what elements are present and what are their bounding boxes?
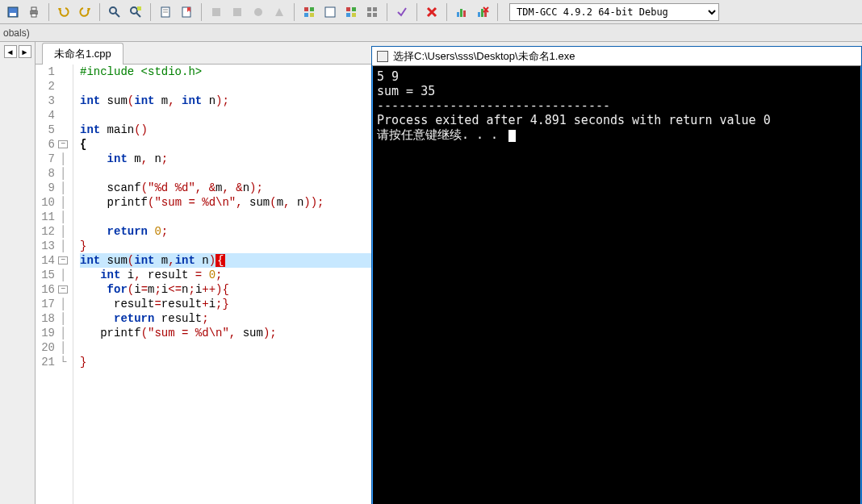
abort-icon[interactable] [422, 2, 441, 22]
svg-rect-1 [10, 13, 16, 16]
file-tab[interactable]: 未命名1.cpp [42, 43, 123, 65]
goto-next-icon[interactable] [228, 2, 247, 22]
svg-rect-15 [233, 8, 241, 16]
replace-icon[interactable] [126, 2, 145, 22]
svg-point-16 [254, 8, 262, 16]
svg-point-7 [131, 7, 137, 14]
svg-rect-28 [367, 13, 371, 17]
fold-toggle-icon[interactable]: − [58, 140, 68, 148]
console-window[interactable]: 选择C:\Users\sss\Desktop\未命名1.exe 5 9sum =… [371, 46, 862, 504]
fold-toggle-icon[interactable]: − [58, 285, 68, 294]
gutter: 1 2 3 4 5 6−7│8│9│10│11│12│13│14−15│16−1… [36, 65, 73, 504]
syntax-check-icon[interactable] [392, 2, 412, 22]
svg-rect-4 [31, 14, 36, 17]
svg-rect-33 [478, 12, 480, 17]
svg-rect-34 [481, 9, 483, 17]
compile-icon[interactable] [299, 2, 319, 22]
svg-rect-3 [31, 7, 36, 10]
console-titlebar[interactable]: 选择C:\Users\sss\Desktop\未命名1.exe [372, 47, 861, 66]
svg-rect-32 [463, 10, 466, 17]
scope-label: obals) [3, 27, 30, 39]
debug-icon[interactable] [270, 2, 289, 22]
run-icon[interactable] [320, 2, 340, 22]
rebuild-icon[interactable] [362, 2, 382, 22]
svg-rect-31 [460, 9, 462, 17]
console-app-icon [377, 51, 388, 62]
console-title-text: 选择C:\Users\sss\Desktop\未命名1.exe [393, 49, 575, 64]
toolbar: TDM-GCC 4.9.2 64-bit Debug [0, 0, 862, 24]
svg-rect-14 [212, 8, 220, 16]
svg-line-6 [115, 13, 119, 17]
svg-rect-26 [367, 7, 371, 11]
redo-icon[interactable] [75, 2, 94, 22]
breakpoint-icon[interactable] [249, 2, 268, 22]
svg-rect-27 [373, 7, 377, 11]
print-icon[interactable] [24, 2, 44, 22]
svg-rect-9 [137, 6, 141, 10]
goto-prev-icon[interactable] [207, 2, 226, 22]
undo-icon[interactable] [54, 2, 73, 22]
scope-bar: obals) [0, 24, 862, 42]
compile-run-icon[interactable] [341, 2, 361, 22]
left-nav: ◄ ► [0, 42, 36, 504]
svg-rect-19 [304, 13, 308, 17]
find-icon[interactable] [105, 2, 124, 22]
svg-rect-21 [325, 7, 335, 17]
svg-rect-18 [310, 7, 314, 11]
nav-next-icon[interactable]: ► [19, 45, 31, 58]
bookmark-icon[interactable] [177, 2, 196, 22]
svg-rect-23 [352, 7, 356, 11]
compiler-select[interactable]: TDM-GCC 4.9.2 64-bit Debug [509, 3, 719, 21]
profile-icon[interactable] [452, 2, 471, 22]
svg-line-8 [136, 13, 140, 17]
svg-rect-29 [373, 13, 377, 17]
svg-rect-20 [310, 13, 314, 17]
nav-prev-icon[interactable]: ◄ [4, 45, 17, 58]
svg-rect-22 [346, 7, 350, 11]
page-icon[interactable] [156, 2, 175, 22]
svg-rect-30 [457, 12, 459, 17]
svg-rect-24 [346, 13, 350, 17]
svg-rect-25 [352, 13, 356, 17]
save-icon[interactable] [3, 2, 23, 22]
svg-rect-17 [304, 7, 308, 11]
profile-delete-icon[interactable] [473, 2, 492, 22]
fold-toggle-icon[interactable]: − [58, 256, 68, 264]
console-output: 5 9sum = 35-----------------------------… [372, 66, 861, 504]
svg-point-5 [110, 7, 116, 14]
